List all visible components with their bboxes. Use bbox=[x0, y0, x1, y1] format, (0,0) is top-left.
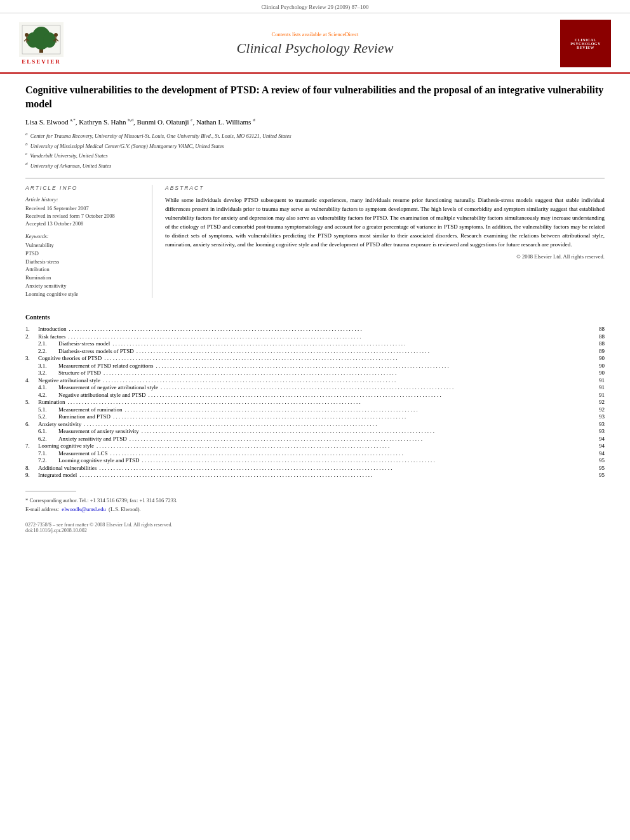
toc-entry-3: 2.2.Diathesis-stress models of PTSD . . … bbox=[25, 348, 605, 354]
authors-line: Lisa S. Elwood a,*, Kathryn S. Hahn b,d,… bbox=[25, 118, 605, 126]
keyword-rumination: Rumination bbox=[25, 274, 142, 282]
toc-dots-3: . . . . . . . . . . . . . . . . . . . . … bbox=[137, 348, 589, 354]
toc-entry-13: 6.Anxiety sensitivity . . . . . . . . . … bbox=[25, 421, 605, 427]
top-bar: Clinical Psychology Review 29 (2009) 87–… bbox=[0, 0, 630, 13]
toc-entry-18: 7.2.Looming cognitive style and PTSD . .… bbox=[25, 457, 605, 463]
toc-num-14: 6.1. bbox=[38, 428, 58, 434]
toc-dots-16: . . . . . . . . . . . . . . . . . . . . … bbox=[97, 443, 589, 449]
keyword-ptsd: PTSD bbox=[25, 250, 142, 258]
keyword-anxiety: Anxiety sensitivity bbox=[25, 282, 142, 290]
email-address[interactable]: elwoodls@umsl.edu bbox=[62, 506, 105, 512]
affiliation-d: d University of Arkansas, United States bbox=[25, 161, 605, 170]
toc-dots-6: . . . . . . . . . . . . . . . . . . . . … bbox=[104, 370, 589, 376]
main-content: Cognitive vulnerabilities to the develop… bbox=[0, 74, 630, 546]
journal-info: Clinical Psychology Review 29 (2009) 87–… bbox=[261, 4, 368, 10]
journal-logo-right: CLINICAL PSYCHOLOGY REVIEW bbox=[560, 20, 611, 67]
toc-title-8: Measurement of negative attributional st… bbox=[58, 384, 158, 390]
toc-page-18: 95 bbox=[592, 457, 605, 463]
toc-title-17: Measurement of LCS bbox=[58, 450, 107, 457]
toc-title-9: Negative attributional style and PTSD bbox=[58, 392, 145, 398]
footer-divider bbox=[25, 491, 76, 491]
toc-title-6: Structure of PTSD bbox=[58, 370, 101, 376]
toc-entry-1: 2.Risk factors . . . . . . . . . . . . .… bbox=[25, 333, 605, 340]
affiliations: a Center for Trauma Recovery, University… bbox=[25, 131, 605, 170]
affiliation-a: a Center for Trauma Recovery, University… bbox=[25, 131, 605, 140]
toc-page-4: 90 bbox=[592, 355, 605, 361]
toc-dots-9: . . . . . . . . . . . . . . . . . . . . … bbox=[148, 392, 589, 398]
toc-title-10: Rumination bbox=[38, 399, 65, 405]
toc-num-19: 8. bbox=[25, 465, 38, 471]
section-divider bbox=[25, 178, 605, 178]
toc-title-0: Introduction bbox=[38, 326, 67, 332]
toc-num-1: 2. bbox=[25, 333, 38, 340]
elsevier-label: ELSEVIER bbox=[22, 58, 61, 65]
toc-num-20: 9. bbox=[25, 472, 38, 478]
toc-title-1: Risk factors bbox=[38, 333, 65, 340]
toc-page-10: 92 bbox=[592, 399, 605, 405]
toc-page-2: 88 bbox=[592, 340, 605, 347]
toc-entry-15: 6.2.Anxiety sensitivity and PTSD . . . .… bbox=[25, 436, 605, 442]
toc-num-9: 4.2. bbox=[38, 392, 58, 398]
keyword-vulnerability: Vulnerability bbox=[25, 241, 142, 250]
toc-entry-16: 7.Looming cognitive style . . . . . . . … bbox=[25, 443, 605, 449]
toc-dots-20: . . . . . . . . . . . . . . . . . . . . … bbox=[79, 472, 589, 478]
author-olatunji: Bunmi O. Olatunji c, bbox=[137, 118, 196, 126]
footer-bottom: 0272-7358/$ – see front matter © 2008 El… bbox=[25, 522, 605, 533]
svg-point-10 bbox=[54, 33, 58, 37]
author-elwood: Lisa S. Elwood a,*, bbox=[25, 118, 79, 126]
footer-note: * Corresponding author. Tel.: +1 314 516… bbox=[25, 497, 605, 514]
toc-entry-2: 2.1.Diathesis-stress model . . . . . . .… bbox=[25, 340, 605, 347]
toc-title-16: Looming cognitive style bbox=[38, 443, 94, 449]
article-info-col: ARTICLE INFO Article history: Received 1… bbox=[25, 185, 152, 298]
toc-num-16: 7. bbox=[25, 443, 38, 449]
toc-dots-15: . . . . . . . . . . . . . . . . . . . . … bbox=[130, 436, 589, 442]
email-label: E-mail address: bbox=[25, 506, 59, 512]
email-line: E-mail address: elwoodls@umsl.edu (L.S. … bbox=[25, 505, 605, 514]
contents-title: Contents bbox=[25, 314, 605, 321]
email-suffix: (L.S. Elwood). bbox=[109, 506, 141, 512]
toc-entry-8: 4.1.Measurement of negative attributiona… bbox=[25, 384, 605, 390]
toc-title-15: Anxiety sensitivity and PTSD bbox=[58, 436, 127, 442]
toc-title-2: Diathesis-stress model bbox=[58, 340, 110, 347]
toc-dots-18: . . . . . . . . . . . . . . . . . . . . … bbox=[142, 457, 590, 463]
toc-dots-13: . . . . . . . . . . . . . . . . . . . . … bbox=[84, 421, 589, 427]
toc-page-14: 93 bbox=[592, 428, 605, 434]
journal-name: Clinical Psychology Review bbox=[70, 40, 560, 57]
toc-page-0: 88 bbox=[592, 326, 605, 332]
two-col-section: ARTICLE INFO Article history: Received 1… bbox=[25, 185, 605, 298]
page-wrapper: Clinical Psychology Review 29 (2009) 87–… bbox=[0, 0, 630, 840]
keyword-looming: Looming cognitive style bbox=[25, 290, 142, 298]
toc-entry-20: 9.Integrated model . . . . . . . . . . .… bbox=[25, 472, 605, 478]
toc-dots-2: . . . . . . . . . . . . . . . . . . . . … bbox=[112, 340, 589, 347]
toc-dots-8: . . . . . . . . . . . . . . . . . . . . … bbox=[161, 384, 589, 390]
toc-title-19: Additional vulnerabilities bbox=[38, 465, 97, 471]
toc-num-11: 5.1. bbox=[38, 406, 58, 413]
toc-page-7: 91 bbox=[592, 377, 605, 383]
toc-num-7: 4. bbox=[25, 377, 38, 383]
toc-num-15: 6.2. bbox=[38, 436, 58, 442]
toc-num-2: 2.1. bbox=[38, 340, 58, 347]
revised-date: Received in revised form 7 October 2008 bbox=[25, 213, 142, 219]
toc-title-18: Looming cognitive style and PTSD bbox=[58, 457, 140, 463]
toc-page-11: 92 bbox=[592, 406, 605, 413]
toc-page-20: 95 bbox=[592, 472, 605, 478]
abstract-text: While some individuals develop PTSD subs… bbox=[165, 196, 605, 250]
affiliation-b: b University of Mississippi Medical Cent… bbox=[25, 141, 605, 150]
toc-num-18: 7.2. bbox=[38, 457, 58, 463]
toc-page-15: 94 bbox=[592, 436, 605, 442]
corresponding-note: * Corresponding author. Tel.: +1 314 516… bbox=[25, 497, 605, 505]
toc-entry-19: 8.Additional vulnerabilities . . . . . .… bbox=[25, 465, 605, 471]
toc-entry-4: 3.Cognitive theories of PTSD . . . . . .… bbox=[25, 355, 605, 361]
toc-page-13: 93 bbox=[592, 421, 605, 427]
toc-entry-10: 5.Rumination . . . . . . . . . . . . . .… bbox=[25, 399, 605, 405]
received-date: Received 16 September 2007 bbox=[25, 205, 142, 211]
toc-title-20: Integrated model bbox=[38, 472, 77, 478]
toc-title-5: Measurement of PTSD related cognitions bbox=[58, 363, 153, 369]
toc-entry-6: 3.2.Structure of PTSD . . . . . . . . . … bbox=[25, 370, 605, 376]
author-williams: Nathan L. Williams d bbox=[196, 118, 255, 126]
toc-dots-1: . . . . . . . . . . . . . . . . . . . . … bbox=[68, 333, 589, 340]
keyword-attribution: Attribution bbox=[25, 265, 142, 274]
toc-dots-10: . . . . . . . . . . . . . . . . . . . . … bbox=[68, 399, 590, 405]
toc-dots-11: . . . . . . . . . . . . . . . . . . . . … bbox=[124, 406, 589, 413]
toc-entry-12: 5.2.Rumination and PTSD . . . . . . . . … bbox=[25, 413, 605, 420]
